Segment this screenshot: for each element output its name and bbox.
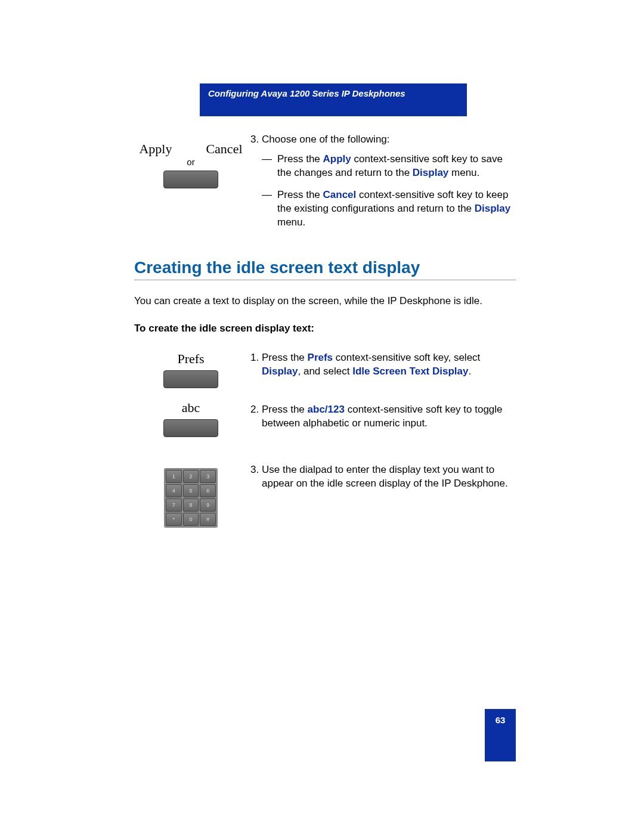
step-3-sublist: Press the Apply context-sensitive soft k… bbox=[262, 153, 516, 230]
proc-step-1-left: Prefs abc bbox=[134, 351, 247, 449]
apply-keyword: Apply bbox=[323, 153, 351, 165]
123-keyword: 123 bbox=[328, 404, 345, 415]
step-3-right-col: Choose one of the following: Press the A… bbox=[247, 133, 516, 240]
step-3-left-col: Apply Cancel or bbox=[134, 133, 247, 200]
step-3-item: Choose one of the following: Press the A… bbox=[262, 133, 516, 230]
procedure-heading: To create the idle screen display text: bbox=[134, 323, 516, 335]
proc-step-3: Use the dialpad to enter the display tex… bbox=[262, 463, 516, 491]
proc-step-2: Press the abc/123 context-sensitive soft… bbox=[262, 403, 516, 431]
dialpad-key: 8 bbox=[183, 498, 199, 512]
section-heading: Creating the idle screen text display bbox=[134, 258, 516, 280]
step-3-text: Choose one of the following: bbox=[262, 134, 390, 145]
cancel-label: Cancel bbox=[206, 141, 242, 157]
dialpad-key: 7 bbox=[166, 498, 182, 512]
softkey-labels: Apply Cancel bbox=[134, 141, 247, 157]
prefs-keyword: Prefs bbox=[308, 352, 333, 363]
cancel-keyword: Cancel bbox=[323, 189, 357, 200]
step-3-list: Choose one of the following: Press the A… bbox=[247, 133, 516, 230]
apply-label: Apply bbox=[139, 141, 172, 157]
dialpad-icon: 1 2 3 4 5 6 7 8 9 * 0 # bbox=[164, 468, 218, 528]
or-text: or bbox=[134, 157, 247, 167]
proc-step-3-right: Use the dialpad to enter the display tex… bbox=[247, 463, 516, 501]
dialpad-key: # bbox=[200, 513, 216, 526]
display-keyword-2: Display bbox=[475, 203, 510, 214]
prefs-label: Prefs bbox=[134, 351, 247, 367]
dialpad-key: 3 bbox=[200, 470, 216, 483]
proc-step-3-left: 1 2 3 4 5 6 7 8 9 * 0 # bbox=[134, 463, 247, 528]
idle-screen-keyword: Idle Screen Text Display bbox=[352, 366, 468, 377]
display-keyword: Display bbox=[413, 167, 448, 178]
proc-step-1-right: Press the Prefs context-sensitive soft k… bbox=[247, 351, 516, 442]
proc-step-1-row: Prefs abc Press the Prefs context-sensit… bbox=[134, 351, 516, 449]
dialpad-key: 6 bbox=[200, 484, 216, 497]
dialpad-key: 0 bbox=[183, 513, 199, 526]
proc-step-3-row: 1 2 3 4 5 6 7 8 9 * 0 # Use the dialpad … bbox=[134, 463, 516, 528]
step-3-sub-apply: Press the Apply context-sensitive soft k… bbox=[262, 153, 516, 180]
chapter-title: Configuring Avaya 1200 Series IP Deskpho… bbox=[208, 88, 405, 98]
dialpad-key: 5 bbox=[183, 484, 199, 497]
step-3-sub-cancel: Press the Cancel context-sensitive soft … bbox=[262, 188, 516, 230]
intro-paragraph: You can create a text to display on the … bbox=[134, 295, 516, 308]
abc-label: abc bbox=[134, 400, 247, 416]
proc-list-1: Press the Prefs context-sensitive soft k… bbox=[247, 351, 516, 431]
proc-list-3: Use the dialpad to enter the display tex… bbox=[247, 463, 516, 491]
abc-keyword: abc bbox=[308, 404, 325, 415]
prefs-softkey-icon bbox=[163, 370, 218, 388]
chapter-header: Configuring Avaya 1200 Series IP Deskpho… bbox=[200, 83, 467, 116]
softkey-button-icon bbox=[163, 171, 218, 188]
proc-step-1: Press the Prefs context-sensitive soft k… bbox=[262, 351, 516, 379]
dialpad-key: 2 bbox=[183, 470, 199, 483]
dialpad-key: * bbox=[166, 513, 182, 526]
dialpad-key: 9 bbox=[200, 498, 216, 512]
step-3-row: Apply Cancel or Choose one of the follow… bbox=[134, 133, 516, 240]
dialpad-key: 1 bbox=[166, 470, 182, 483]
page-number: 63 bbox=[485, 709, 516, 761]
abc-softkey-icon bbox=[163, 419, 218, 437]
dialpad-key: 4 bbox=[166, 484, 182, 497]
display-keyword-3: Display bbox=[262, 366, 298, 377]
